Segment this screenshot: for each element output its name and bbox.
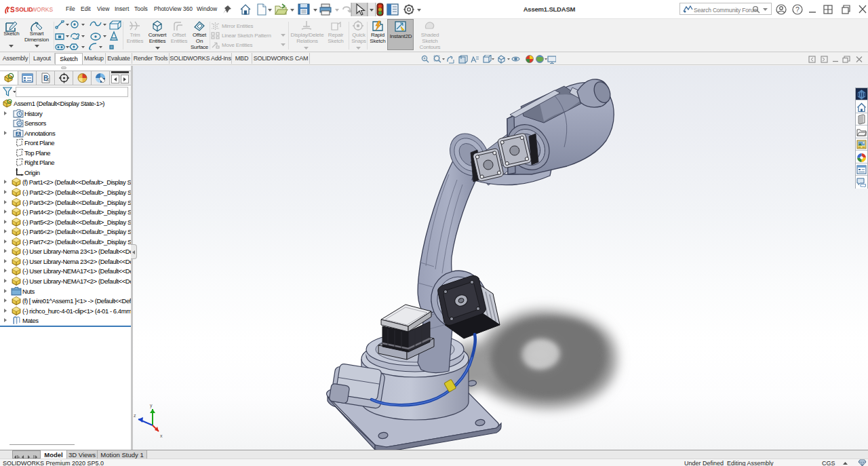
svg-text:B: B	[43, 75, 48, 82]
svg-text:WORKS: WORKS	[31, 6, 53, 13]
svg-text:?: ?	[795, 5, 800, 14]
svg-text:y: y	[150, 403, 153, 408]
svg-text:SOLID: SOLID	[16, 6, 33, 13]
svg-text:S: S	[10, 6, 15, 14]
svg-text:z: z	[134, 413, 136, 418]
svg-text:x: x	[160, 433, 163, 438]
